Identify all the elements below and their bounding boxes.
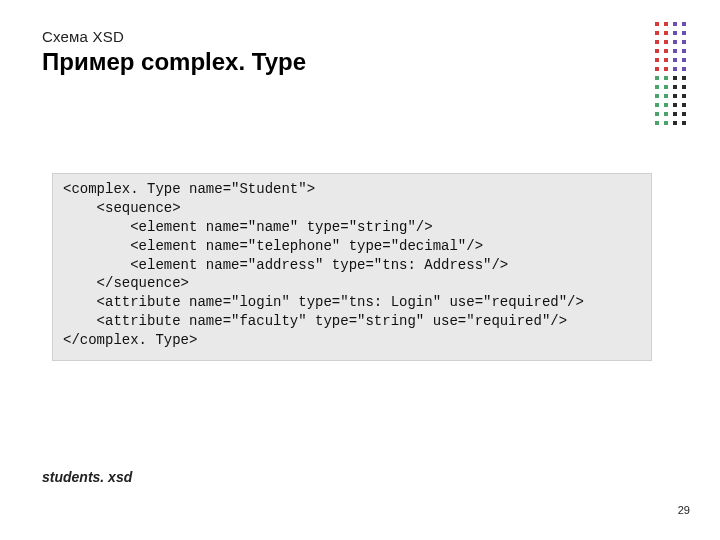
code-line: <attribute name="faculty" type="string" … [63,313,567,329]
code-line: </complex. Type> [63,332,197,348]
code-line: <element name="telephone" type="decimal"… [63,238,483,254]
code-line: <attribute name="login" type="tns: Login… [63,294,584,310]
page-number: 29 [678,504,690,516]
slide-subtitle: Схема XSD [42,28,124,45]
code-line: </sequence> [63,275,189,291]
slide: Схема XSD Пример complex. Type <complex.… [0,0,720,540]
code-line: <element name="name" type="string"/> [63,219,433,235]
filename-label: students. xsd [42,469,132,485]
decorative-dot-grid-icon [655,22,688,127]
slide-title: Пример complex. Type [42,48,306,76]
code-line: <sequence> [63,200,181,216]
code-line: <element name="address" type="tns: Addre… [63,257,508,273]
code-block: <complex. Type name="Student"> <sequence… [52,173,652,361]
code-line: <complex. Type name="Student"> [63,181,315,197]
